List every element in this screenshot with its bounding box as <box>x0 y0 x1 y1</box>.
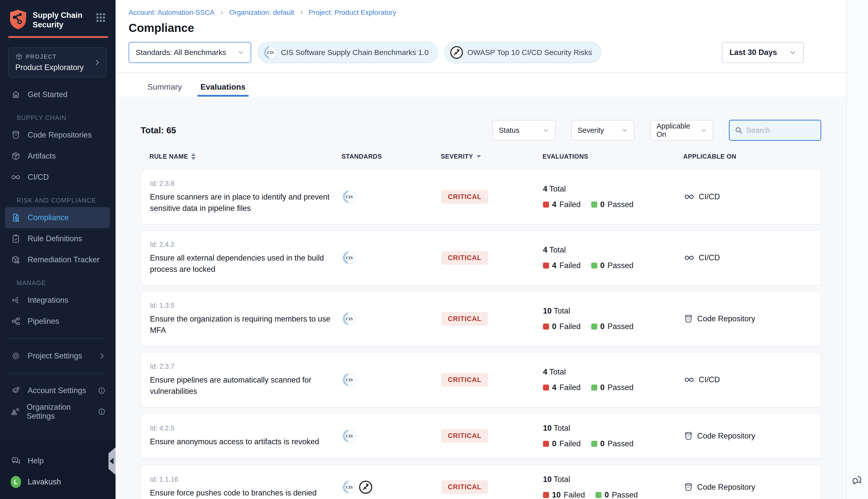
tab-summary[interactable]: Summary <box>144 79 185 97</box>
sort-desc-icon[interactable] <box>477 155 481 158</box>
nav-section-manage: MANAGE <box>16 279 115 287</box>
project-selector[interactable]: PROJECT Product Exploratory <box>8 47 107 77</box>
panel-toolbar: Total: 65 Status Severity Applicable On <box>141 120 821 141</box>
sidebar-item-pipelines[interactable]: Pipelines <box>5 311 110 332</box>
tab-evaluations[interactable]: Evaluations <box>197 79 249 97</box>
date-range-dropdown[interactable]: Last 30 Days <box>722 42 804 63</box>
sidebar-item-ci-cd[interactable]: CI/CD <box>5 167 110 188</box>
standard-chip-owasp[interactable]: OWASP Top 10 CI/CD Security Risks <box>444 42 601 63</box>
support-chat-icon[interactable] <box>851 473 864 486</box>
brand-header: Supply Chain Security <box>0 0 115 36</box>
search-input[interactable] <box>746 126 816 135</box>
owasp-logo-icon <box>359 480 373 494</box>
rule-id: Id: 2.4.2 <box>150 241 342 248</box>
evaluations-total: 10 Total <box>543 424 684 433</box>
column-header-severity[interactable]: SEVERITY <box>441 153 473 160</box>
severity-badge: CRITICAL <box>441 429 488 443</box>
table-row[interactable]: Id: 4.2.5Ensure anonymous access to arti… <box>141 413 821 459</box>
user-name: Lavakush <box>28 477 61 486</box>
failed-count: 0Failed <box>543 439 581 448</box>
chevron-down-icon <box>238 49 244 56</box>
applicable-on: </>Code Repository <box>684 431 821 441</box>
standards-dropdown[interactable]: Standards: All Benchmarks <box>129 42 251 63</box>
cis-logo-icon: CIS <box>342 429 355 443</box>
severity-dropdown[interactable]: Severity <box>571 120 635 141</box>
sidebar-item-code-repositories[interactable]: </>Code Repositories <box>5 124 110 146</box>
account-settings-icon <box>11 386 21 395</box>
sidebar-item-help[interactable]: ? Help <box>5 450 110 471</box>
failed-square-icon <box>543 263 549 269</box>
nav-section-risk-and-compliance: RISK AND COMPLIANCE <box>16 197 115 204</box>
svg-text:CIS: CIS <box>346 485 353 490</box>
applicable-on: CI/CD <box>684 252 821 263</box>
svg-text:</>: </> <box>687 486 690 489</box>
passed-count: 0Passed <box>591 200 634 209</box>
cicd-icon <box>684 252 695 263</box>
failed-count: 0Failed <box>543 322 581 331</box>
table-row[interactable]: Id: 2.3.8Ensure scanners are in place to… <box>141 169 821 224</box>
brand-divider <box>8 36 108 38</box>
column-header-applicable-on: APPLICABLE ON <box>683 153 821 160</box>
passed-square-icon <box>591 263 597 269</box>
tabs: Summary Evaluations <box>116 73 846 97</box>
sidebar-item-get-started[interactable]: Get Started <box>5 84 110 105</box>
sidebar-item-compliance[interactable]: Compliance <box>5 207 110 228</box>
cis-logo-icon: CIS <box>342 480 355 494</box>
chevron-right-icon <box>219 10 225 15</box>
owasp-logo-icon <box>450 46 463 59</box>
breadcrumb-account[interactable]: Account: Automation-SSCA <box>129 9 215 16</box>
search-icon <box>735 126 743 134</box>
rule-name: Ensure the organization is requiring mem… <box>150 314 341 336</box>
info-icon <box>98 387 106 394</box>
standard-chip-cis[interactable]: CIS CIS Software Supply Chain Benchmarks… <box>258 42 438 63</box>
cicd-icon <box>684 191 695 202</box>
svg-text:</>: </> <box>14 134 17 136</box>
table-row[interactable]: Id: 2.4.2Ensure all external dependencie… <box>141 230 821 285</box>
chevron-down-icon <box>789 49 796 56</box>
failed-count: 10Failed <box>543 490 585 499</box>
project-name: Product Exploratory <box>15 63 99 72</box>
passed-square-icon <box>591 385 597 391</box>
apps-grid-icon[interactable] <box>96 13 106 23</box>
breadcrumb-project[interactable]: Project: Product Exploratory <box>309 9 396 16</box>
breadcrumb-organization[interactable]: Organization: default <box>229 9 294 16</box>
sort-icon[interactable] <box>191 153 196 160</box>
collapse-left-icon <box>109 458 113 464</box>
sidebar-item-remediation-tracker[interactable]: Remediation Tracker <box>5 249 110 270</box>
status-dropdown[interactable]: Status <box>492 120 556 141</box>
sidebar-item-artifacts[interactable]: Artifacts <box>5 146 110 167</box>
cicd-icon <box>11 172 21 183</box>
passed-square-icon <box>591 324 597 330</box>
rule-id: Id: 1.3.5 <box>150 302 342 309</box>
table-row[interactable]: Id: 1.3.5Ensure the organization is requ… <box>141 291 821 346</box>
standards-icons: CIS <box>342 480 441 494</box>
sidebar-item-rule-definitions[interactable]: Rule Definitions <box>5 228 110 249</box>
rule-id: Id: 2.3.7 <box>150 363 342 370</box>
shield-logo-icon <box>9 9 28 30</box>
failed-square-icon <box>543 492 549 498</box>
rule-id: Id: 4.2.5 <box>150 424 342 432</box>
main-area: Account: Automation-SSCA Organization: d… <box>116 0 868 499</box>
sidebar-item-organization-settings[interactable]: Organization Settings <box>5 401 110 422</box>
evaluations-total: 4 Total <box>543 245 684 255</box>
severity-badge: CRITICAL <box>441 312 488 326</box>
standards-icons: CIS <box>342 373 441 387</box>
applicable-on-dropdown[interactable]: Applicable On <box>650 120 713 141</box>
passed-count: 0Passed <box>595 490 638 499</box>
table-row[interactable]: Id: 2.3.7Ensure pipelines are automatica… <box>141 352 821 407</box>
sidebar-item-user[interactable]: L Lavakush <box>5 471 110 492</box>
sidebar-item-integrations[interactable]: Integrations <box>5 290 110 311</box>
rule-name: Ensure pipelines are automatically scann… <box>150 375 341 397</box>
sidebar-item-project-settings[interactable]: Project Settings <box>5 345 110 366</box>
table-row[interactable]: Id: 1.1.16Ensure force pushes code to br… <box>141 464 821 499</box>
column-header-rule-name[interactable]: RULE NAME <box>149 153 188 160</box>
code-repository-icon: </> <box>684 314 693 324</box>
sidebar-footer: ? Help L Lavakush <box>0 441 115 499</box>
code-repository-icon: </> <box>684 483 693 492</box>
topbar: Account: Automation-SSCA Organization: d… <box>116 0 846 35</box>
passed-count: 0Passed <box>591 439 634 448</box>
evaluations-table: Id: 2.3.8Ensure scanners are in place to… <box>141 169 821 499</box>
search-box <box>729 120 821 141</box>
sidebar-item-account-settings[interactable]: Account Settings <box>5 380 110 401</box>
chevron-down-icon <box>701 127 707 133</box>
